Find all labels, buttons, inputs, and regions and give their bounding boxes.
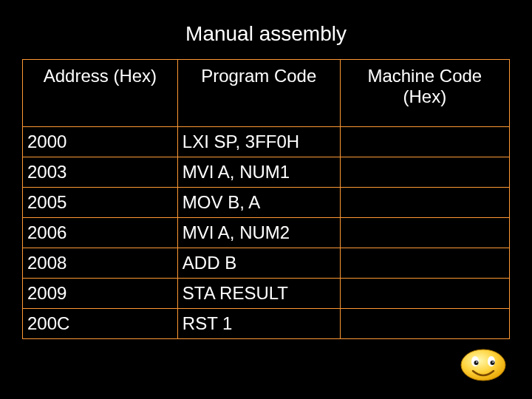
cell-address: 2009 [23, 279, 178, 309]
table-row: 2006 MVI A, NUM2 [23, 218, 510, 248]
cell-address: 2003 [23, 157, 178, 188]
cell-machine [340, 157, 509, 188]
svg-point-4 [491, 361, 495, 365]
cell-machine [340, 218, 509, 248]
cell-address: 2005 [23, 188, 178, 218]
cell-address: 2000 [23, 127, 178, 157]
cell-program: RST 1 [177, 309, 340, 339]
cell-machine [340, 127, 509, 157]
cell-program: MVI A, NUM1 [177, 157, 340, 188]
cell-machine [340, 309, 509, 339]
cell-program: LXI SP, 3FF0H [177, 127, 340, 157]
slide: Manual assembly Address (Hex) Program Co… [0, 0, 532, 399]
table-row: 2008 ADD B [23, 248, 510, 279]
cell-address: 2006 [23, 218, 178, 248]
smiley-icon [457, 346, 510, 383]
cell-machine [340, 279, 509, 309]
cell-address: 200C [23, 309, 178, 339]
assembly-table: Address (Hex) Program Code Machine Code … [22, 59, 510, 339]
col-header-program: Program Code [177, 60, 340, 127]
table-row: 200C RST 1 [23, 309, 510, 339]
cell-program: STA RESULT [177, 279, 340, 309]
table-header-row: Address (Hex) Program Code Machine Code … [23, 60, 510, 127]
svg-point-3 [474, 361, 479, 365]
table-row: 2005 MOV B, A [23, 188, 510, 218]
svg-point-6 [492, 361, 494, 363]
col-header-machine: Machine Code (Hex) [340, 60, 509, 127]
table-row: 2003 MVI A, NUM1 [23, 157, 510, 188]
table-row: 2000 LXI SP, 3FF0H [23, 127, 510, 157]
cell-program: ADD B [177, 248, 340, 279]
table-row: 2009 STA RESULT [23, 279, 510, 309]
cell-address: 2008 [23, 248, 178, 279]
page-title: Manual assembly [0, 22, 532, 46]
svg-point-5 [476, 361, 477, 363]
cell-machine [340, 188, 509, 218]
col-header-address: Address (Hex) [23, 60, 178, 127]
cell-program: MOV B, A [177, 188, 340, 218]
cell-program: MVI A, NUM2 [177, 218, 340, 248]
cell-machine [340, 248, 509, 279]
